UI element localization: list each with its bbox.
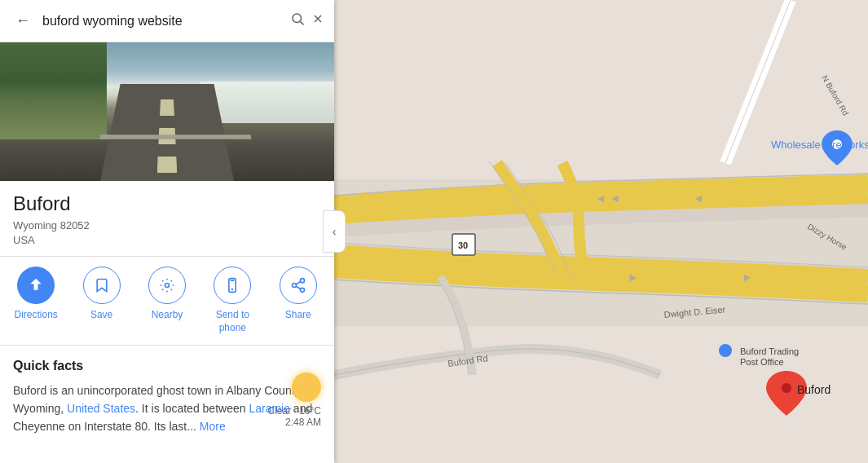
map-area[interactable]: ◄ ◄ ◄ ► ► Buford Trading Post Office Buf…: [334, 0, 868, 463]
svg-line-11: [296, 282, 301, 284]
svg-text:30: 30: [458, 240, 468, 250]
svg-text:►: ►: [628, 271, 639, 284]
svg-text:◄: ◄: [693, 192, 704, 205]
svg-text:Wholesale Fireworks: Wholesale Fireworks: [771, 139, 868, 151]
svg-text:◄ ◄: ◄ ◄: [595, 192, 621, 205]
search-bar: ←: [0, 0, 334, 42]
back-button[interactable]: ←: [10, 8, 36, 34]
united-states-link[interactable]: United States: [67, 402, 135, 415]
map-svg: ◄ ◄ ◄ ► ► Buford Trading Post Office Buf…: [334, 0, 868, 463]
svg-text:Post Office: Post Office: [740, 357, 784, 367]
place-photo: [0, 42, 334, 181]
svg-point-25: [782, 383, 791, 393]
weather-badge: Clear · 16°C 2:48 AM: [267, 373, 321, 428]
svg-line-1: [300, 21, 303, 24]
directions-icon: [17, 267, 55, 304]
svg-point-0: [293, 14, 302, 23]
send-to-phone-button[interactable]: Send to phone: [208, 267, 257, 334]
weather-text: Clear · 16°C 2:48 AM: [267, 405, 321, 428]
close-icon: [311, 12, 324, 25]
search-input[interactable]: [42, 14, 284, 29]
svg-point-21: [719, 344, 732, 357]
sun-icon: [292, 373, 321, 402]
clear-button[interactable]: [311, 12, 324, 29]
action-buttons: Directions Save Nearby: [0, 257, 334, 345]
svg-line-10: [296, 287, 301, 289]
more-link[interactable]: More: [200, 420, 226, 433]
save-icon: [83, 267, 121, 304]
directions-button[interactable]: Directions: [11, 267, 60, 334]
save-button[interactable]: Save: [77, 267, 126, 334]
place-info: Buford Wyoming 82052 USA Clear · 16°C 2:…: [0, 181, 334, 257]
nearby-button[interactable]: Nearby: [143, 267, 192, 334]
share-icon: [280, 267, 317, 304]
phone-icon: [214, 267, 251, 304]
svg-text:Buford Trading: Buford Trading: [740, 346, 799, 356]
search-icon: [290, 11, 305, 26]
svg-point-7: [300, 279, 304, 283]
svg-text:►: ►: [742, 271, 753, 284]
nearby-icon: [148, 267, 186, 304]
share-button[interactable]: Share: [274, 267, 323, 334]
svg-point-4: [165, 284, 169, 288]
collapse-panel-button[interactable]: ‹: [323, 210, 346, 253]
svg-point-8: [292, 284, 296, 288]
svg-text:Buford: Buford: [797, 383, 831, 396]
left-panel: ← Buford Wyoming 82052 USA: [0, 0, 334, 463]
svg-point-9: [300, 289, 304, 293]
place-name: Buford: [13, 192, 321, 215]
quick-facts-title: Quick facts: [13, 359, 321, 373]
search-icon-button[interactable]: [290, 11, 305, 30]
place-address: Wyoming 82052 USA: [13, 218, 321, 248]
